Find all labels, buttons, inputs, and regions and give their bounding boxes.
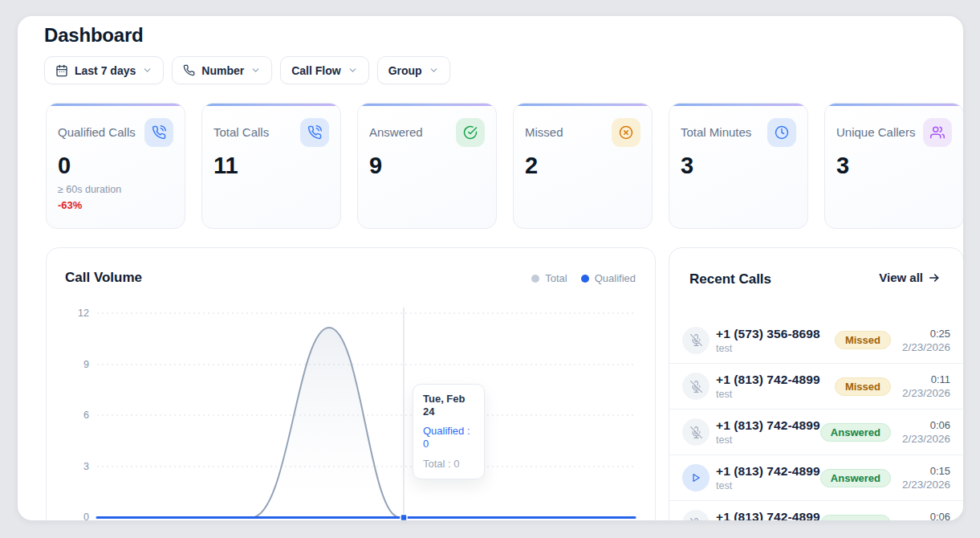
mic-off-icon	[682, 418, 710, 446]
view-all-button[interactable]: View all	[879, 271, 941, 284]
call-row[interactable]: +1 (573) 356-8698 test Missed 0:25 2/23/…	[669, 317, 963, 363]
caller-name: test	[716, 389, 820, 400]
status-badge: Answered	[820, 423, 891, 442]
stat-card-total-calls: Total Calls 11	[201, 103, 341, 229]
chart-tooltip: Tue, Feb 24 Qualified : 0 Total : 0	[413, 384, 485, 479]
call-row[interactable]: +1 (813) 742-4899 test Answered 0:06 2/2…	[669, 500, 963, 520]
chevron-down-icon	[142, 65, 152, 75]
call-volume-chart[interactable]	[47, 303, 657, 520]
call-duration: 0:06	[899, 511, 950, 520]
status-badge: Answered	[820, 515, 891, 521]
number-filter-label: Number	[201, 64, 244, 77]
stat-value: 11	[213, 153, 329, 179]
call-date: 2/23/2026	[899, 433, 950, 445]
stat-value: 0	[58, 153, 173, 179]
call-date: 2/23/2026	[899, 341, 950, 353]
legend-item-qualified: Qualified	[581, 272, 636, 284]
x-circle-icon	[612, 118, 640, 147]
mic-off-icon	[682, 510, 710, 520]
caller-number: +1 (813) 742-4899	[716, 418, 820, 433]
stat-value: 2	[525, 153, 640, 179]
legend-dot-total	[531, 275, 539, 283]
call-row[interactable]: +1 (813) 742-4899 test Answered 0:15 2/2…	[669, 454, 963, 500]
chart-hover-marker	[401, 515, 407, 521]
chevron-down-icon	[429, 65, 439, 75]
stat-label: Total Calls	[213, 124, 269, 141]
calendar-icon	[55, 64, 68, 77]
caller-name: test	[716, 434, 820, 446]
stat-card-qualified-calls: Qualified Calls 0 ≥ 60s duration -63%	[46, 103, 185, 229]
call-flow-filter[interactable]: Call Flow	[280, 56, 368, 84]
legend-item-total: Total	[531, 272, 567, 284]
stat-delta: -63%	[58, 199, 173, 211]
stat-card-total-minutes: Total Minutes 3	[669, 103, 808, 229]
stat-label: Missed	[525, 124, 563, 141]
stat-card-answered: Answered 9	[357, 103, 497, 229]
chevron-down-icon	[348, 65, 358, 75]
caller-number: +1 (813) 742-4899	[716, 510, 820, 520]
stat-label: Unique Callers	[836, 124, 915, 141]
number-filter[interactable]: Number	[172, 56, 272, 84]
call-row[interactable]: +1 (813) 742-4899 test Missed 0:11 2/23/…	[669, 363, 963, 409]
caller-number: +1 (813) 742-4899	[716, 464, 820, 479]
caller-name: test	[716, 480, 820, 491]
date-range-filter-label: Last 7 days	[75, 64, 136, 77]
stat-value: 9	[369, 153, 485, 179]
stat-label: Total Minutes	[681, 124, 751, 141]
group-filter-label: Group	[388, 64, 422, 77]
stats-row: Qualified Calls 0 ≥ 60s duration -63% To…	[46, 103, 963, 229]
stat-value: 3	[836, 153, 952, 179]
tooltip-date: Tue, Feb 24	[423, 393, 474, 418]
legend-dot-qualified	[581, 275, 589, 283]
chart-title: Call Volume	[65, 270, 142, 286]
chevron-down-icon	[250, 65, 261, 75]
play-icon[interactable]	[682, 464, 710, 491]
legend-label: Total	[545, 272, 567, 284]
panels-row: Call Volume Total Qualified 12 9 6 3 0	[46, 247, 963, 520]
phone-call-icon	[144, 118, 173, 147]
call-duration: 0:15	[899, 465, 950, 477]
caller-name: test	[716, 343, 820, 354]
date-range-filter[interactable]: Last 7 days	[44, 56, 164, 84]
status-badge: Answered	[820, 469, 891, 487]
recent-calls-panel: Recent Calls View all +1 (573) 356-8698 …	[669, 247, 963, 520]
arrow-right-icon	[928, 271, 941, 284]
call-row[interactable]: +1 (813) 742-4899 test Answered 0:06 2/2…	[669, 409, 963, 454]
tooltip-qualified: Qualified : 0	[423, 425, 474, 450]
recent-calls-title: Recent Calls	[689, 271, 771, 287]
call-date: 2/23/2026	[899, 387, 950, 399]
check-circle-icon	[456, 118, 485, 147]
dashboard-page: Dashboard Last 7 days Number Call Flow G…	[18, 16, 963, 520]
mic-off-icon	[682, 373, 710, 400]
page-title: Dashboard	[44, 24, 144, 47]
call-volume-panel: Call Volume Total Qualified 12 9 6 3 0	[46, 247, 656, 520]
status-badge: Missed	[835, 377, 891, 396]
stat-label: Answered	[369, 124, 423, 141]
stat-label: Qualified Calls	[58, 124, 136, 141]
caller-number: +1 (573) 356-8698	[716, 327, 820, 341]
stat-card-missed: Missed 2	[513, 103, 653, 229]
view-all-label: View all	[879, 271, 923, 284]
stat-card-unique-callers: Unique Callers 3	[824, 103, 963, 229]
call-duration: 0:06	[899, 419, 950, 431]
status-badge: Missed	[835, 331, 891, 349]
chart-legend: Total Qualified	[531, 272, 636, 284]
tooltip-total: Total : 0	[423, 458, 474, 471]
recent-calls-list: +1 (573) 356-8698 test Missed 0:25 2/23/…	[669, 317, 963, 520]
mic-off-icon	[682, 327, 710, 354]
total-series-area	[97, 328, 635, 518]
call-flow-filter-label: Call Flow	[291, 64, 340, 77]
legend-label: Qualified	[595, 272, 636, 284]
caller-number: +1 (813) 742-4899	[716, 373, 820, 387]
filter-bar: Last 7 days Number Call Flow Group	[44, 56, 450, 84]
group-filter[interactable]: Group	[377, 56, 450, 84]
call-duration: 0:11	[899, 373, 950, 385]
phone-call-icon	[300, 118, 329, 147]
users-icon	[923, 118, 952, 147]
stat-value: 3	[681, 153, 796, 179]
stat-subtitle: ≥ 60s duration	[58, 184, 173, 195]
call-duration: 0:25	[899, 328, 950, 340]
clock-icon	[767, 118, 796, 147]
call-date: 2/23/2026	[899, 479, 950, 491]
phone-icon	[183, 64, 195, 76]
